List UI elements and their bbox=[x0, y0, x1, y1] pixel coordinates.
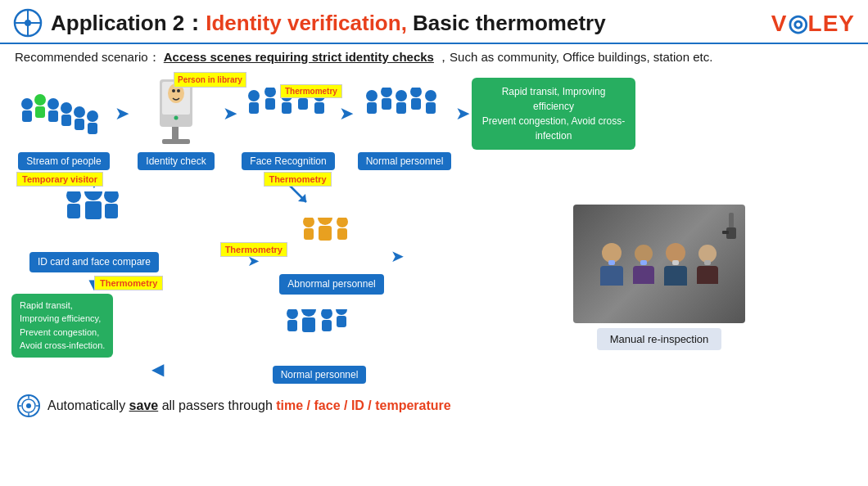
normal-personnel-item: Normal personnel bbox=[355, 88, 454, 170]
svg-point-40 bbox=[410, 88, 422, 97]
app-icon bbox=[13, 8, 43, 38]
id-word: ID bbox=[351, 398, 364, 412]
svg-point-10 bbox=[61, 102, 72, 114]
rapid-transit-text: Rapid transit, Improving efficiencyPreve… bbox=[482, 86, 626, 142]
app-label: Application 2： bbox=[51, 11, 206, 35]
svg-point-60 bbox=[301, 309, 316, 317]
abnormal-people-svg bbox=[299, 218, 364, 271]
svg-rect-57 bbox=[337, 228, 347, 240]
svg-point-58 bbox=[287, 309, 298, 319]
thermometry-tag-3: Thermometry bbox=[94, 276, 163, 290]
manual-inspection-photo bbox=[573, 205, 745, 323]
slash-2: / bbox=[341, 398, 351, 412]
auto-middle: all passers through bbox=[158, 398, 276, 412]
svg-point-48 bbox=[104, 191, 119, 203]
svg-rect-43 bbox=[426, 102, 436, 114]
manual-reinspection-label: Manual re-inspection bbox=[597, 328, 722, 350]
arrow-3: ➤ bbox=[339, 103, 354, 124]
scenario-bar: Recommended scenario： Access scenes requ… bbox=[0, 44, 868, 69]
photo-people-group bbox=[590, 232, 729, 296]
svg-point-46 bbox=[84, 191, 102, 200]
svg-point-42 bbox=[425, 90, 436, 101]
svg-rect-53 bbox=[304, 228, 314, 240]
svg-point-44 bbox=[66, 191, 81, 203]
svg-point-38 bbox=[396, 90, 407, 101]
svg-rect-15 bbox=[88, 123, 97, 134]
face-recog-label: Face Recognition bbox=[242, 152, 334, 170]
normal2-label: Normal personnel bbox=[273, 366, 367, 384]
svg-rect-59 bbox=[287, 320, 297, 331]
svg-rect-11 bbox=[61, 115, 71, 126]
auto-save-row: Automatically save all passers through t… bbox=[8, 387, 860, 418]
thermometry-tag-2: Thermometry bbox=[264, 172, 331, 187]
svg-point-24 bbox=[248, 90, 260, 101]
svg-point-36 bbox=[381, 88, 392, 97]
identity-label: Identity check bbox=[138, 152, 214, 170]
id-card-label: ID card and face compare bbox=[29, 252, 159, 272]
arrow-4: ➤ bbox=[455, 103, 470, 124]
scenario-suffix: ，Such as community, Office buildings, st… bbox=[437, 50, 712, 64]
svg-rect-7 bbox=[35, 106, 45, 118]
face-word: face bbox=[314, 398, 341, 412]
slash-1: / bbox=[303, 398, 314, 412]
bottom-area: Temporary visitor ▼ bbox=[8, 172, 860, 384]
svg-point-23 bbox=[174, 116, 179, 120]
thermometry-tag-1: Thermometry bbox=[280, 84, 342, 98]
svg-rect-9 bbox=[48, 110, 58, 122]
scenario-highlight: Access scenes requiring strict identity … bbox=[164, 50, 434, 64]
svg-rect-13 bbox=[75, 119, 84, 130]
svg-rect-39 bbox=[396, 102, 406, 114]
arrow-1: ➤ bbox=[115, 103, 129, 124]
logo: V◎LEY bbox=[771, 10, 855, 37]
temp-visitor-tag: Temporary visitor bbox=[16, 172, 103, 187]
auto-prefix: Automatically bbox=[47, 398, 129, 412]
svg-rect-66 bbox=[729, 213, 734, 229]
svg-point-8 bbox=[47, 98, 59, 110]
svg-rect-65 bbox=[337, 316, 346, 327]
rapid-box-left: Rapid transit,Improving efficiency,Preve… bbox=[11, 294, 113, 358]
identity-item: Person in library Identity check bbox=[131, 75, 221, 170]
svg-point-14 bbox=[87, 110, 98, 122]
svg-point-56 bbox=[337, 218, 348, 227]
temp-gun-icon bbox=[722, 213, 739, 245]
arrow-left: ◀ bbox=[151, 359, 164, 379]
abnormal-label: Abnormal personnel bbox=[279, 274, 383, 295]
header: Application 2：Identity verification, Bas… bbox=[0, 0, 868, 44]
svg-point-6 bbox=[34, 94, 46, 106]
stream-label: Stream of people bbox=[18, 152, 109, 170]
svg-point-52 bbox=[303, 218, 314, 227]
header-title: Application 2：Identity verification, Bas… bbox=[51, 9, 771, 38]
arrow-2: ➤ bbox=[223, 103, 237, 124]
svg-rect-41 bbox=[411, 98, 421, 110]
svg-point-34 bbox=[366, 90, 377, 101]
svg-point-21 bbox=[172, 89, 175, 92]
stream-people-svg bbox=[19, 88, 109, 149]
svg-rect-35 bbox=[367, 102, 377, 114]
svg-rect-63 bbox=[322, 320, 332, 331]
svg-point-12 bbox=[74, 106, 85, 118]
therm-tag-mid: Thermometry bbox=[220, 242, 287, 257]
svg-rect-25 bbox=[249, 102, 259, 114]
svg-point-22 bbox=[177, 89, 180, 92]
svg-rect-27 bbox=[265, 98, 275, 110]
svg-rect-29 bbox=[282, 102, 292, 114]
svg-rect-37 bbox=[382, 98, 391, 110]
svg-point-4 bbox=[21, 98, 33, 110]
svg-rect-5 bbox=[22, 110, 32, 122]
scenario-prefix: Recommended scenario： bbox=[15, 50, 160, 64]
arrow-right-to-manual: ➤ bbox=[391, 246, 405, 266]
svg-rect-45 bbox=[67, 204, 80, 218]
svg-rect-33 bbox=[314, 102, 324, 114]
svg-rect-31 bbox=[298, 98, 308, 110]
svg-point-54 bbox=[318, 218, 332, 225]
svg-point-3 bbox=[25, 20, 31, 26]
svg-point-64 bbox=[336, 309, 347, 315]
title-black: Basic thermometry bbox=[407, 11, 606, 35]
title-red: Identity verification, bbox=[206, 11, 407, 35]
svg-point-62 bbox=[321, 309, 332, 319]
svg-rect-55 bbox=[319, 226, 332, 241]
svg-point-26 bbox=[264, 88, 276, 97]
face-recognition-item: Thermometry bbox=[239, 88, 337, 170]
svg-point-71 bbox=[26, 403, 31, 408]
target-icon bbox=[16, 394, 41, 418]
